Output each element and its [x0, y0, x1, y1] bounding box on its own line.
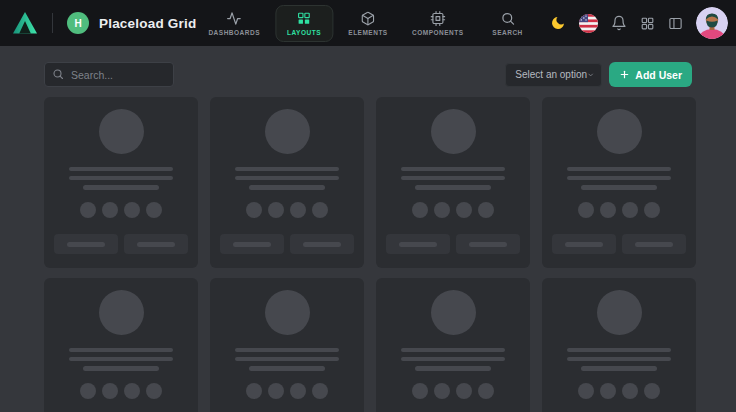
dot-placeholder — [290, 383, 306, 399]
nav-item-label: ELEMENTS — [348, 29, 387, 36]
button-placeholder[interactable] — [552, 234, 616, 254]
nav-item-layouts[interactable]: LAYOUTS — [275, 5, 333, 42]
placeload-card — [44, 97, 198, 268]
button-placeholder[interactable] — [386, 234, 450, 254]
dot-placeholder — [644, 202, 660, 218]
dark-mode-moon-icon[interactable] — [550, 15, 566, 31]
button-placeholder[interactable] — [290, 234, 354, 254]
sidebar-panel-icon[interactable] — [668, 16, 683, 31]
nav-item-search[interactable]: SEARCH — [479, 5, 537, 42]
dots-placeholder — [246, 202, 328, 218]
text-line-placeholder — [567, 176, 671, 181]
dot-placeholder — [434, 383, 450, 399]
dot-placeholder — [146, 202, 162, 218]
text-line-placeholder — [567, 348, 671, 353]
dots-placeholder — [578, 383, 660, 399]
language-flag-us-icon[interactable] — [579, 14, 598, 33]
placeload-card — [542, 97, 696, 268]
dot-placeholder — [124, 202, 140, 218]
text-line-placeholder — [401, 176, 505, 181]
dots-placeholder — [246, 383, 328, 399]
button-bar-placeholder — [233, 242, 271, 247]
apps-grid-icon[interactable] — [640, 16, 655, 31]
dot-placeholder — [246, 202, 262, 218]
buttons-placeholder — [386, 234, 520, 254]
button-bar-placeholder — [67, 242, 105, 247]
dot-placeholder — [434, 202, 450, 218]
button-placeholder[interactable] — [54, 234, 118, 254]
dot-placeholder — [578, 202, 594, 218]
avatar-placeholder — [431, 290, 476, 335]
text-line-placeholder — [249, 185, 325, 190]
top-navbar: H Placeload Grid DASHBOARDS LAYOUTS — [0, 0, 736, 46]
nav-item-label: LAYOUTS — [287, 29, 321, 36]
text-line-placeholder — [401, 348, 505, 353]
dots-placeholder — [578, 202, 660, 218]
dot-placeholder — [600, 383, 616, 399]
nav-item-dashboards[interactable]: DASHBOARDS — [199, 5, 269, 42]
placeload-card — [210, 97, 364, 268]
text-line-placeholder — [235, 176, 339, 181]
dot-placeholder — [268, 383, 284, 399]
avatar-placeholder — [265, 290, 310, 335]
text-line-placeholder — [83, 185, 159, 190]
dot-placeholder — [124, 383, 140, 399]
placeload-card — [376, 278, 530, 412]
dot-placeholder — [246, 383, 262, 399]
add-user-button[interactable]: Add User — [609, 62, 692, 87]
dot-placeholder — [622, 202, 638, 218]
button-placeholder[interactable] — [220, 234, 284, 254]
button-placeholder[interactable] — [124, 234, 188, 254]
search-icon — [52, 68, 64, 80]
brand-avatar[interactable]: H — [67, 12, 89, 34]
dot-placeholder — [80, 383, 96, 399]
button-placeholder[interactable] — [622, 234, 686, 254]
nav-item-elements[interactable]: ELEMENTS — [339, 5, 397, 42]
text-line-placeholder — [235, 357, 339, 362]
nav-item-components[interactable]: COMPONENTS — [403, 5, 473, 42]
button-bar-placeholder — [303, 242, 341, 247]
dot-placeholder — [578, 383, 594, 399]
dot-placeholder — [456, 202, 472, 218]
avatar-placeholder — [597, 290, 642, 335]
dot-placeholder — [644, 383, 660, 399]
toolbar: Select an option Add User — [44, 62, 692, 87]
dot-placeholder — [312, 202, 328, 218]
app-logo-icon[interactable] — [12, 10, 38, 36]
notifications-bell-icon[interactable] — [611, 15, 627, 31]
page-content: Select an option Add User — [0, 46, 736, 412]
avatar-placeholder — [431, 109, 476, 154]
text-line-placeholder — [83, 366, 159, 371]
text-line-placeholder — [69, 167, 173, 172]
plus-icon — [619, 69, 630, 80]
text-line-placeholder — [401, 357, 505, 362]
brand: H Placeload Grid — [12, 10, 196, 36]
user-avatar[interactable] — [696, 7, 728, 39]
option-select[interactable]: Select an option — [505, 63, 602, 87]
text-line-placeholder — [415, 366, 491, 371]
dot-placeholder — [600, 202, 616, 218]
dot-placeholder — [80, 202, 96, 218]
card-grid — [44, 97, 692, 412]
nav-item-label: SEARCH — [492, 29, 522, 36]
placeload-card — [44, 278, 198, 412]
layout-grid-icon — [297, 11, 312, 26]
text-line-placeholder — [415, 185, 491, 190]
dot-placeholder — [456, 383, 472, 399]
avatar-placeholder — [99, 109, 144, 154]
button-placeholder[interactable] — [456, 234, 520, 254]
buttons-placeholder — [552, 234, 686, 254]
dot-placeholder — [290, 202, 306, 218]
buttons-placeholder — [54, 234, 188, 254]
chevron-down-icon — [587, 70, 594, 80]
dot-placeholder — [478, 202, 494, 218]
select-value: Select an option — [515, 69, 587, 80]
placeload-card — [376, 97, 530, 268]
dot-placeholder — [478, 383, 494, 399]
avatar-placeholder — [597, 109, 642, 154]
dots-placeholder — [80, 383, 162, 399]
dots-placeholder — [80, 202, 162, 218]
text-line-placeholder — [235, 348, 339, 353]
text-line-placeholder — [69, 357, 173, 362]
dots-placeholder — [412, 383, 494, 399]
